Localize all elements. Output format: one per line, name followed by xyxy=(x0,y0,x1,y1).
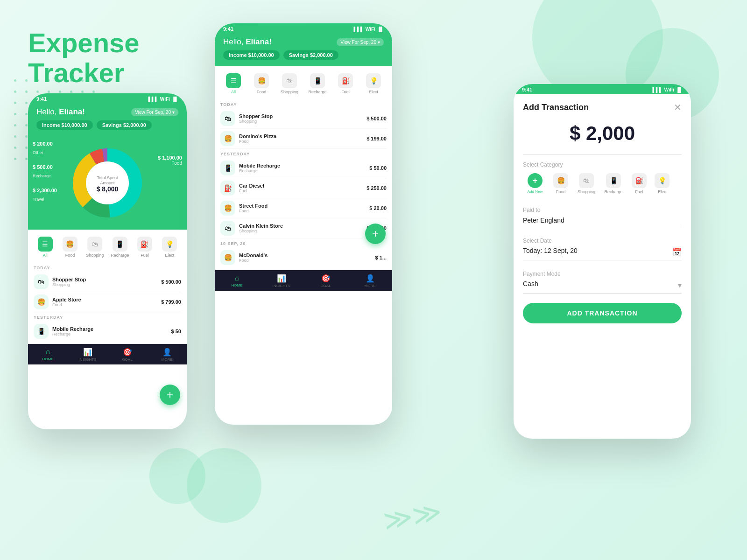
tab-fuel-3[interactable]: ⛽ Fuel xyxy=(628,171,650,196)
tab-elect-2[interactable]: 💡 Elect xyxy=(359,71,388,97)
close-button[interactable]: ✕ xyxy=(674,102,682,113)
tx-icon: 🍔 xyxy=(220,250,235,265)
tx-icon: 🛍 xyxy=(34,274,49,289)
tab-recharge-2[interactable]: 📱 Recharge xyxy=(303,71,331,97)
view-for-btn-1[interactable]: View For Sep, 20 ▾ xyxy=(131,108,178,116)
chevron-down-icon: ▾ xyxy=(678,281,682,290)
tab-recharge-3[interactable]: 📱 Recharge xyxy=(601,171,626,196)
tab-fuel-2[interactable]: ⛽ Fuel xyxy=(331,71,359,97)
battery-icon-2: ▐▌ xyxy=(377,27,384,32)
nav-more-1[interactable]: 👤 MORE xyxy=(147,348,187,362)
today-label-1: TODAY xyxy=(34,266,181,270)
more-icon-2: 👤 xyxy=(366,274,375,283)
view-for-btn-2[interactable]: View For Sep, 20 ▾ xyxy=(337,38,384,46)
header-2: Hello, Eliana! View For Sep, 20 ▾ Income… xyxy=(215,34,392,66)
date-label: Select Date xyxy=(523,238,682,244)
nav-insights-2[interactable]: 📊 INSIGHTS xyxy=(259,274,303,288)
list-item[interactable]: 🛍 Shopper Stop Shopping $ 500.00 xyxy=(34,272,181,292)
tab-all-1[interactable]: ☰ All xyxy=(33,234,57,260)
white-card-1: ☰ All 🍔 Food 🛍 Shopping 📱 Recharge ⛽ Fue… xyxy=(28,230,187,344)
tab-recharge-1[interactable]: 📱 Recharge xyxy=(107,234,132,260)
list-item[interactable]: 📱 Mobile Recharge Recharge $ 50 xyxy=(34,322,181,341)
today-label-2: TODAY xyxy=(220,102,387,107)
bottom-nav-1: ⌂ HOME 📊 INSIGHTS 🎯 GOAL 👤 MORE xyxy=(28,344,187,364)
tab-shopping-1[interactable]: 🛍 Shopping xyxy=(83,234,107,260)
svg-text:$ 8,000: $ 8,000 xyxy=(97,185,119,193)
add-tx-title: Add Transaction xyxy=(523,103,589,112)
paid-to-label: Paid to xyxy=(523,207,682,213)
tx-icon: 🍔 xyxy=(34,294,49,309)
time-1: 9:41 xyxy=(36,96,47,102)
home-icon-2: ⌂ xyxy=(235,274,240,282)
tab-elect-1[interactable]: 💡 Elect xyxy=(157,234,182,260)
list-item[interactable]: 🍔 Domino's Pizza Food $ 199.00 xyxy=(220,129,387,149)
nav-home-2[interactable]: ⌂ HOME xyxy=(215,274,259,288)
list-item[interactable]: 🛍 Calvin Klein Store Shopping $ 599.00 xyxy=(220,218,387,238)
tab-shopping-3[interactable]: 🛍 Shopping xyxy=(574,171,599,196)
nav-goal-2[interactable]: 🎯 GOAL xyxy=(303,274,348,288)
wifi-icon-2: WiFi xyxy=(366,27,375,32)
signal-icon-2: ▌▌▌ xyxy=(354,27,364,32)
nav-insights-1[interactable]: 📊 INSIGHTS xyxy=(68,348,107,362)
battery-icon-3: ▐▌ xyxy=(676,87,683,92)
tab-elec-3[interactable]: 💡 Elec xyxy=(653,171,671,196)
tab-fuel-1[interactable]: ⛽ Fuel xyxy=(132,234,157,260)
insights-icon: 📊 xyxy=(83,348,92,357)
add-tx-header: Add Transaction ✕ xyxy=(514,94,691,118)
paid-to-input[interactable] xyxy=(523,217,682,227)
tab-all-2[interactable]: ☰ All xyxy=(219,71,247,97)
income-pill-2: Income $10,000.00 xyxy=(223,50,280,60)
list-item[interactable]: 🍔 Apple Store Food $ 799.00 xyxy=(34,292,181,312)
fab-1[interactable]: + xyxy=(160,385,180,405)
decorative-arrows: ≫≫ xyxy=(381,495,444,537)
tab-shopping-2[interactable]: 🛍 Shopping xyxy=(275,71,303,97)
nav-more-2[interactable]: 👤 MORE xyxy=(348,274,392,288)
list-item[interactable]: 📱 Mobile Recharge Recharge $ 50.00 xyxy=(220,158,387,178)
income-pill-1: Income $10,000.00 xyxy=(36,120,93,130)
tab-food-3[interactable]: 🍔 Food xyxy=(550,171,571,196)
paid-to-section: Paid to xyxy=(514,200,691,231)
date-input-row[interactable]: Today: 12 Sept, 20 📅 xyxy=(523,247,682,260)
greeting-2: Hello, Eliana! xyxy=(223,37,272,47)
battery-icon: ▐▌ xyxy=(172,97,178,102)
phone-add-transaction: 9:41 ▌▌▌ WiFi ▐▌ Add Transaction ✕ $ 2,0… xyxy=(514,84,691,439)
nav-home-1[interactable]: ⌂ HOME xyxy=(28,348,68,362)
svg-text:Total Spent: Total Spent xyxy=(97,175,118,180)
main-content-2: ☰ All 🍔 Food 🛍 Shopping 📱 Recharge ⛽ Fue… xyxy=(215,66,392,270)
category-tabs-1: ☰ All 🍔 Food 🛍 Shopping 📱 Recharge ⛽ Fue… xyxy=(28,230,187,260)
tx-icon: 🛍 xyxy=(220,111,235,126)
amount-display: $ 2,000 xyxy=(523,118,682,155)
nav-goal-1[interactable]: 🎯 GOAL xyxy=(107,348,147,362)
list-item[interactable]: ⛽ Car Diesel Fuel $ 250.00 xyxy=(220,178,387,198)
payment-select[interactable]: Cash ▾ xyxy=(523,280,682,294)
tx-icon: 🛍 xyxy=(220,221,235,236)
savings-pill-2: Savings $2,000.00 xyxy=(283,50,338,60)
tx-icon: 🍔 xyxy=(220,131,235,146)
phone-transaction-list: 9:41 ▌▌▌ WiFi ▐▌ Hello, Eliana! View For… xyxy=(215,23,392,425)
goal-icon-2: 🎯 xyxy=(321,274,331,283)
status-icons-1: ▌▌▌ WiFi ▐▌ xyxy=(148,97,178,102)
add-transaction-button[interactable]: ADD TRANSACTION xyxy=(523,303,682,323)
date-label-2: 10 SEP, 20 xyxy=(220,241,387,246)
status-icons-3: ▌▌▌ WiFi ▐▌ xyxy=(653,87,683,92)
insights-icon-2: 📊 xyxy=(277,274,286,283)
yesterday-label-2: YESTERDAY xyxy=(220,152,387,156)
fab-2[interactable]: + xyxy=(365,224,386,244)
calendar-icon[interactable]: 📅 xyxy=(672,248,682,257)
list-item[interactable]: 🍔 Street Food Food $ 20.00 xyxy=(220,198,387,218)
tab-addnew[interactable]: + Add New xyxy=(523,171,547,196)
goal-icon: 🎯 xyxy=(123,348,132,357)
category-label: Select Category xyxy=(523,161,682,168)
tx-icon: 📱 xyxy=(34,324,49,339)
tab-food-1[interactable]: 🍔 Food xyxy=(57,234,82,260)
time-2: 9:41 xyxy=(223,26,233,32)
list-item[interactable]: 🛍 Shopper Stop Shopping $ 500.00 xyxy=(220,109,387,129)
wifi-icon-3: WiFi xyxy=(664,87,674,92)
payment-value: Cash xyxy=(523,280,538,290)
status-bar-1: 9:41 ▌▌▌ WiFi ▐▌ xyxy=(28,93,187,104)
app-title: Expense Tracker xyxy=(28,28,140,88)
tab-food-2[interactable]: 🍔 Food xyxy=(247,71,275,97)
category-tabs-3: + Add New 🍔 Food 🛍 Shopping 📱 Recharge ⛽… xyxy=(523,171,682,196)
list-item[interactable]: 🍔 McDonald's Food $ 1... xyxy=(220,248,387,267)
savings-pill-1: Savings $2,000.00 xyxy=(97,120,152,130)
